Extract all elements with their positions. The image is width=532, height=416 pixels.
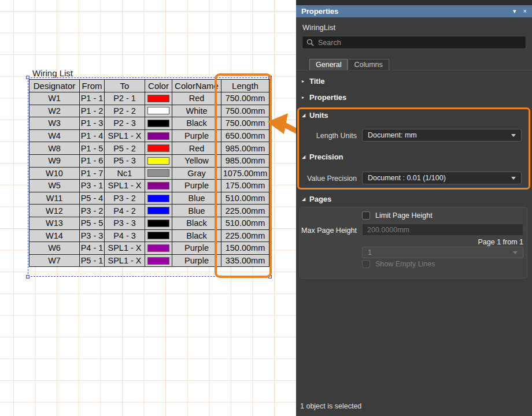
cell-length: 225.00mm	[221, 229, 269, 242]
color-swatch	[147, 244, 169, 252]
value-precision-dropdown[interactable]: Document : 0.01 (1/100)	[362, 172, 522, 184]
cell-colorname: Blue	[172, 205, 221, 217]
section-header-properties[interactable]: ▸ Properties	[302, 93, 346, 102]
search-box[interactable]	[302, 36, 526, 49]
cell-length: 150.00mm	[221, 242, 269, 255]
cell-designator: W10	[29, 167, 80, 180]
page-selector-dropdown: 1	[362, 247, 523, 258]
limit-page-height-checkbox[interactable]	[362, 211, 370, 220]
cell-color	[145, 192, 172, 205]
cell-length: 225.00mm	[221, 205, 269, 217]
cell-designator: W2	[29, 105, 80, 117]
cell-length: 335.00mm	[221, 254, 269, 267]
cell-to: SPL1 - X	[105, 242, 145, 255]
cell-to: Nc1	[105, 167, 145, 180]
section-header-precision[interactable]: ◢ Precision	[302, 153, 343, 161]
cell-color	[145, 105, 172, 117]
wiring-table-body: W1 P1 - 1 P2 - 1 Red 750.00mm W2 P1 - 2 …	[29, 92, 269, 267]
cell-from: P1 - 2	[80, 105, 105, 117]
wiring-list-table[interactable]: Designator From To Color ColorName Lengt…	[29, 79, 269, 267]
cell-from: P3 - 2	[80, 205, 105, 217]
cell-length: 650.00mm	[221, 129, 269, 142]
tabs-divider	[296, 70, 532, 70]
tab-general[interactable]: General	[309, 59, 348, 70]
cell-length: 510.00mm	[221, 192, 269, 205]
cell-designator: W8	[29, 142, 80, 155]
cell-to: P5 - 2	[105, 142, 145, 155]
cell-to: P2 - 1	[105, 92, 145, 105]
cell-length: 510.00mm	[221, 217, 269, 229]
color-swatch	[147, 95, 169, 102]
cell-length: 985.00mm	[221, 154, 269, 167]
cell-to: P4 - 3	[105, 229, 145, 242]
tab-columns[interactable]: Columns	[348, 59, 389, 70]
cell-to: P3 - 3	[105, 217, 145, 229]
annotation-arrow-icon	[266, 112, 301, 140]
expander-down-icon: ◢	[302, 113, 309, 118]
cell-to: SPL1 - X	[105, 180, 145, 192]
cell-length: 1075.00mm	[221, 167, 269, 180]
search-input[interactable]	[318, 39, 522, 47]
cell-color	[145, 205, 172, 217]
col-header-length: Length	[221, 80, 269, 92]
length-units-label: Length Units	[296, 132, 357, 140]
cell-designator: W1	[29, 92, 80, 105]
panel-tabs: General Columns	[309, 59, 389, 70]
cell-designator: W6	[29, 242, 80, 255]
cell-color	[145, 242, 172, 255]
cell-colorname: Purple	[172, 129, 221, 142]
chevron-down-icon	[511, 134, 516, 137]
show-empty-lines-checkbox	[362, 260, 370, 268]
length-units-dropdown[interactable]: Document: mm	[362, 129, 522, 142]
table-row: W2 P1 - 2 P2 - 2 White 750.00mm	[29, 105, 269, 117]
cell-color	[145, 229, 172, 242]
table-header-row: Designator From To Color ColorName Lengt…	[29, 80, 269, 92]
selection-handle[interactable]	[268, 275, 272, 278]
table-row: W12 P3 - 2 P4 - 2 Blue 225.00mm	[29, 205, 269, 217]
search-icon	[306, 39, 314, 46]
expander-down-icon: ◢	[302, 196, 309, 202]
chevron-down-icon[interactable]: ▾	[513, 5, 516, 17]
color-swatch	[147, 169, 169, 177]
chevron-down-icon	[511, 177, 516, 180]
section-header-units[interactable]: ◢ Units	[302, 111, 328, 120]
cell-to: SPL1 - X	[105, 254, 145, 267]
cell-from: P3 - 3	[80, 229, 105, 242]
close-icon[interactable]: ×	[523, 5, 527, 17]
cell-color	[145, 254, 172, 267]
cell-designator: W4	[29, 129, 80, 142]
selected-object-name: WiringList	[302, 23, 335, 32]
cell-color	[145, 92, 172, 105]
cell-from: P5 - 4	[80, 192, 105, 205]
limit-page-height-label: Limit Page Height	[375, 211, 433, 220]
value-precision-label: Value Precision	[296, 174, 357, 183]
col-header-colorname: ColorName	[172, 80, 221, 92]
selection-handle[interactable]	[26, 275, 29, 278]
show-empty-lines-row: Show Empty Lines	[362, 260, 435, 268]
cell-colorname: White	[172, 105, 221, 117]
col-header-color: Color	[145, 80, 172, 92]
color-swatch	[147, 132, 169, 140]
cell-from: P5 - 5	[80, 217, 105, 229]
chevron-down-icon	[513, 251, 518, 254]
table-row: W11 P5 - 4 P3 - 2 Blue 510.00mm	[29, 192, 269, 205]
table-row: W4 P1 - 4 SPL1 - X Purple 650.00mm	[29, 129, 269, 142]
cell-from: P1 - 3	[80, 117, 105, 130]
cell-designator: W7	[29, 254, 80, 267]
cell-colorname: Gray	[172, 167, 221, 180]
cell-color	[145, 217, 172, 229]
cell-length: 750.00mm	[221, 105, 269, 117]
table-row: W6 P4 - 1 SPL1 - X Purple 150.00mm	[29, 242, 269, 255]
cell-length: 985.00mm	[221, 142, 269, 155]
cell-from: P1 - 1	[80, 92, 105, 105]
limit-page-height-row: Limit Page Height	[362, 211, 433, 220]
cell-designator: W12	[29, 205, 80, 217]
section-header-title[interactable]: ▸ Title	[302, 77, 325, 86]
cell-colorname: Black	[172, 229, 221, 242]
table-title: Wiring List	[32, 68, 73, 78]
section-header-pages[interactable]: ◢ Pages	[302, 195, 331, 203]
color-swatch	[147, 207, 169, 214]
panel-titlebar: Properties ▾ ×	[296, 5, 532, 17]
cell-colorname: Purple	[172, 242, 221, 255]
cell-colorname: Yellow	[172, 154, 221, 167]
